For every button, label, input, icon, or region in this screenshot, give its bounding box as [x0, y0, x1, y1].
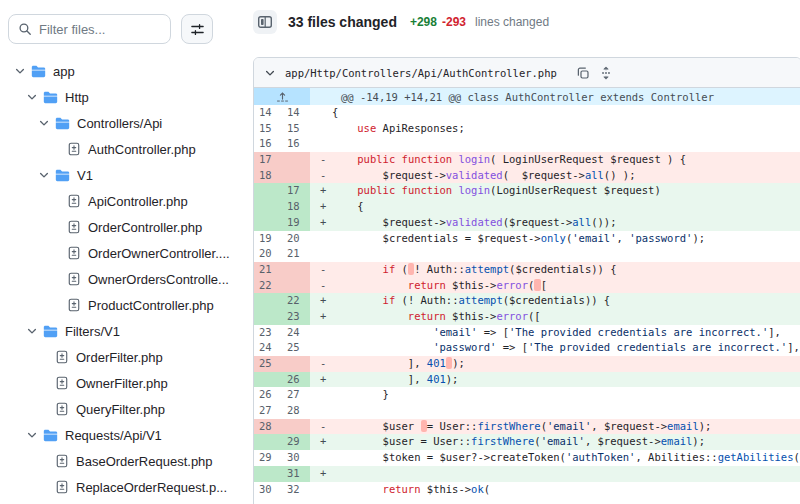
new-line-number[interactable]: 31 — [282, 466, 310, 482]
diff-row-24: 2425 'password' => ['The provided creden… — [254, 340, 800, 356]
new-line-number[interactable]: 27 — [282, 387, 310, 403]
new-line-number[interactable] — [282, 262, 310, 278]
diff-row-21: 21- if ( ! Auth::attempt($credentials)) … — [254, 262, 800, 278]
new-line-number[interactable] — [282, 278, 310, 294]
tree-item-productcontroller-php[interactable]: ProductController.php — [0, 292, 245, 318]
tree-item-http[interactable]: Http — [0, 84, 245, 110]
tree-item-requests-api-v1[interactable]: Requests/Api/V1 — [0, 422, 245, 448]
new-line-number[interactable]: 28 — [282, 403, 310, 419]
old-line-number[interactable] — [254, 199, 282, 215]
diff-sign: + — [310, 309, 332, 325]
expand-hunk-button[interactable] — [254, 88, 310, 105]
collapse-file-chevron-down-icon[interactable] — [264, 67, 276, 79]
new-line-number[interactable] — [282, 419, 310, 435]
new-line-number[interactable]: 24 — [282, 325, 310, 341]
old-line-number[interactable]: 19 — [254, 231, 282, 247]
new-line-number[interactable] — [282, 152, 310, 168]
tree-item-app[interactable]: app — [0, 58, 245, 84]
filter-files-input-wrap[interactable] — [8, 14, 171, 44]
tree-item-ownerfilter-php[interactable]: OwnerFilter.php — [0, 370, 245, 396]
new-line-number[interactable] — [282, 168, 310, 184]
old-line-number[interactable]: 21 — [254, 262, 282, 278]
new-line-number[interactable]: 25 — [282, 340, 310, 356]
new-line-number[interactable]: 26 — [282, 372, 310, 388]
code-line: public function login( LoginUserRequest … — [332, 152, 800, 168]
diff-sign: + — [310, 466, 332, 482]
tree-item-ordercontroller-php[interactable]: OrderController.php — [0, 214, 245, 240]
diff-row-28: 28- $user = User::firstWhere('email', $r… — [254, 419, 800, 435]
old-line-number[interactable]: 30 — [254, 482, 282, 498]
tree-item-label: V1 — [77, 168, 93, 183]
tree-item-v1[interactable]: V1 — [0, 162, 245, 188]
new-line-number[interactable]: 30 — [282, 450, 310, 466]
code-line: $user = User::firstWhere('email', $reque… — [332, 419, 800, 435]
tree-item-label: OwnerOrdersControlle... — [88, 272, 229, 287]
diff-row-26: 2627 } — [254, 387, 800, 403]
old-line-number[interactable]: 28 — [254, 419, 282, 435]
old-line-number[interactable] — [254, 293, 282, 309]
old-line-number[interactable]: 29 — [254, 450, 282, 466]
drag-move-handle[interactable] — [599, 66, 613, 80]
old-line-number[interactable]: 22 — [254, 278, 282, 294]
old-line-number[interactable]: 26 — [254, 387, 282, 403]
tree-item-orderownercontroller[interactable]: OrderOwnerController.... — [0, 240, 245, 266]
tree-item-controllers-api[interactable]: Controllers/Api — [0, 110, 245, 136]
code-line: 'email' => ['The provided credentials ar… — [332, 325, 800, 341]
tree-item-orderfilter-php[interactable]: OrderFilter.php — [0, 344, 245, 370]
old-line-number[interactable]: 25 — [254, 356, 282, 372]
old-line-number[interactable] — [254, 466, 282, 482]
new-line-number[interactable]: 21 — [282, 246, 310, 262]
old-line-number[interactable] — [254, 309, 282, 325]
sidebar-toggle-button[interactable] — [253, 10, 277, 34]
chevron-down-icon — [26, 325, 38, 337]
new-line-number[interactable]: 18 — [282, 199, 310, 215]
filter-options-button[interactable] — [181, 14, 213, 44]
new-line-number[interactable] — [282, 356, 310, 372]
diff-row-30: 3032 return $this->ok( — [254, 482, 800, 498]
old-line-number[interactable]: 17 — [254, 152, 282, 168]
old-line-number[interactable]: 23 — [254, 325, 282, 341]
old-line-number[interactable]: 15 — [254, 121, 282, 137]
copy-path-button[interactable] — [576, 66, 590, 80]
old-line-number[interactable] — [254, 372, 282, 388]
new-line-number[interactable]: 19 — [282, 215, 310, 231]
tree-item-baseorderrequest-php[interactable]: BaseOrderRequest.php — [0, 448, 245, 474]
old-line-number[interactable]: 16 — [254, 136, 282, 152]
new-line-number[interactable]: 23 — [282, 309, 310, 325]
tree-item-label: AuthController.php — [88, 142, 196, 157]
old-line-number[interactable]: 27 — [254, 403, 282, 419]
new-line-number[interactable]: 20 — [282, 231, 310, 247]
tree-item-filters-v1[interactable]: Filters/V1 — [0, 318, 245, 344]
diff-file-path: app/Http/Controllers/Api/AuthController.… — [285, 67, 557, 79]
old-line-number[interactable]: 20 — [254, 246, 282, 262]
tree-item-queryfilter-php[interactable]: QueryFilter.php — [0, 396, 245, 422]
code-line: $request->validated( $request->all() ); — [332, 168, 800, 184]
diff-row-25: 25- ], 401 ); — [254, 356, 800, 372]
deletions-count: -293 — [442, 15, 466, 29]
diff-sign: - — [310, 168, 332, 184]
old-line-number[interactable] — [254, 183, 282, 199]
tree-item-label: OwnerFilter.php — [76, 376, 168, 391]
tree-item-label: Controllers/Api — [77, 116, 162, 131]
chevron-down-icon — [14, 65, 26, 77]
old-line-number[interactable]: 24 — [254, 340, 282, 356]
new-line-number[interactable]: 14 — [282, 105, 310, 121]
tree-item-apicontroller-php[interactable]: ApiController.php — [0, 188, 245, 214]
new-line-number[interactable]: 32 — [282, 482, 310, 498]
old-line-number[interactable]: 18 — [254, 168, 282, 184]
old-line-number[interactable]: 14 — [254, 105, 282, 121]
diff-file-icon — [67, 298, 81, 312]
diff-sign — [310, 340, 332, 356]
new-line-number[interactable]: 16 — [282, 136, 310, 152]
new-line-number[interactable]: 29 — [282, 434, 310, 450]
tree-item-replaceorderrequest-p[interactable]: ReplaceOrderRequest.p... — [0, 474, 245, 500]
new-line-number[interactable]: 22 — [282, 293, 310, 309]
filter-files-input[interactable] — [39, 22, 161, 37]
old-line-number[interactable] — [254, 434, 282, 450]
tree-item-authcontroller-php[interactable]: AuthController.php — [0, 136, 245, 162]
code-line: if (! Auth::attempt($credentials)) { — [332, 293, 800, 309]
new-line-number[interactable]: 17 — [282, 183, 310, 199]
tree-item-ownerorderscontrolle[interactable]: OwnerOrdersControlle... — [0, 266, 245, 292]
old-line-number[interactable] — [254, 215, 282, 231]
new-line-number[interactable]: 15 — [282, 121, 310, 137]
